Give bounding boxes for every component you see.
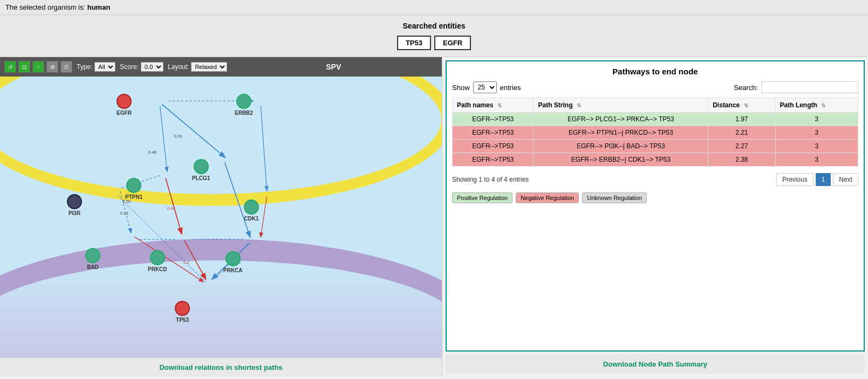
toolbar-icon-1[interactable]: ↺ — [4, 61, 16, 73]
searched-entities-title: Searched entities — [6, 22, 862, 30]
svg-text:0.41: 0.41 — [167, 206, 175, 211]
pagination-buttons: Previous 1 Next — [776, 173, 858, 186]
show-label: Show — [452, 84, 470, 92]
search-input[interactable] — [761, 81, 858, 93]
node-prkca[interactable]: PRKCA — [223, 251, 243, 273]
cell-path-names: EGFR-->TP53 — [453, 113, 534, 126]
layout-label: Layout: — [168, 63, 189, 71]
download-relations-link[interactable]: Download relations in shortest paths — [159, 363, 282, 371]
cell-path-length: 3 — [775, 153, 858, 167]
node-plcg1[interactable]: PLCG1 — [192, 159, 210, 181]
sort-path-length-icon: ⇅ — [821, 102, 825, 108]
entity-egfr[interactable]: EGFR — [434, 36, 471, 50]
cell-path-names: EGFR-->TP53 — [453, 126, 534, 140]
layout-select[interactable]: Relaxed — [191, 62, 227, 72]
svg-line-4 — [261, 106, 266, 190]
toolbar-icon-3[interactable]: ↑ — [32, 61, 44, 73]
cell-path-length: 3 — [775, 140, 858, 153]
cell-distance: 1.97 — [708, 113, 775, 126]
node-circle-pi3r — [67, 194, 82, 209]
node-label-tp53: TP53 — [176, 317, 189, 323]
search-box: Search: — [734, 81, 858, 93]
node-erbb2[interactable]: ERBB2 — [235, 94, 253, 116]
node-circle-cdk1 — [244, 199, 259, 215]
graph-toolbar: ↺ ⊡ ↑ ⚙ ⏱ Type: All Score: 0.0 Layout: R… — [0, 57, 442, 77]
svg-line-3 — [160, 106, 167, 171]
main-content: ↺ ⊡ ↑ ⚙ ⏱ Type: All Score: 0.0 Layout: R… — [0, 57, 868, 377]
cell-distance: 2.21 — [708, 126, 775, 140]
node-label-bad: BAD — [87, 264, 99, 270]
node-circle-prkca — [225, 251, 241, 266]
node-pi3r[interactable]: PI3R — [67, 194, 82, 216]
node-circle-tp53 — [175, 301, 190, 316]
toolbar-icon-4[interactable]: ⚙ — [46, 61, 58, 73]
cell-distance: 2.38 — [708, 153, 775, 167]
next-button[interactable]: Next — [833, 173, 858, 186]
node-circle-plcg1 — [194, 159, 209, 174]
cell-path-length: 3 — [775, 126, 858, 140]
svg-text:0.31: 0.31 — [174, 134, 182, 139]
entity-buttons: TP53 EGFR — [6, 36, 862, 50]
node-circle-erbb2 — [236, 94, 251, 109]
col-path-names[interactable]: Path names ⇅ — [453, 98, 534, 113]
node-label-prkcd: PRKCD — [148, 266, 167, 272]
sort-path-names-icon: ⇅ — [497, 102, 502, 108]
page-1-button[interactable]: 1 — [816, 173, 831, 186]
node-label-egfr: EGFR — [117, 110, 132, 116]
cell-path-string: EGFR--> PI3K--| BAD--> TP53 — [534, 140, 708, 153]
toolbar-icon-5[interactable]: ⏱ — [60, 61, 72, 73]
sort-path-string-icon: ⇅ — [577, 102, 581, 108]
node-bad[interactable]: BAD — [85, 248, 100, 270]
toolbar-icon-2[interactable]: ⊡ — [18, 61, 30, 73]
pagination-area: Showing 1 to 4 of 4 entries Previous 1 N… — [452, 171, 858, 188]
cell-distance: 2.27 — [708, 140, 775, 153]
right-panel: Pathways to end node Show 25 10 50 entri… — [442, 57, 868, 377]
table-header: Path names ⇅ Path String ⇅ Distance ⇅ — [453, 98, 858, 113]
cell-path-string: EGFR--> PLCG1--> PRKCA--> TP53 — [534, 113, 708, 126]
node-label-plcg1: PLCG1 — [192, 175, 210, 181]
node-prkcd[interactable]: PRKCD — [148, 250, 167, 272]
showing-text: Showing 1 to 4 of 4 entries — [452, 176, 529, 183]
type-label: Type: — [77, 63, 92, 71]
svg-line-5 — [166, 178, 182, 233]
graph-svg: 0.49 0.31 0.11 2.50 0.41 0.2 0.52 — [0, 77, 442, 357]
svg-text:0.2: 0.2 — [183, 260, 189, 265]
svg-line-6 — [184, 240, 206, 279]
left-panel: ↺ ⊡ ↑ ⚙ ⏱ Type: All Score: 0.0 Layout: R… — [0, 57, 442, 377]
node-cdk1[interactable]: CDK1 — [244, 199, 259, 222]
paths-controls: Show 25 10 50 entries Search: — [452, 81, 858, 93]
previous-button[interactable]: Previous — [776, 173, 814, 186]
table-row[interactable]: EGFR-->TP53 EGFR--> ERBB2--| CDK1--> TP5… — [453, 153, 858, 167]
score-label: Score: — [120, 63, 139, 71]
node-label-ptpn1: PTPN1 — [125, 194, 142, 200]
node-circle-egfr — [117, 94, 132, 109]
top-bar: The selected organism is: human — [0, 0, 868, 15]
node-tp53[interactable]: TP53 — [175, 301, 190, 323]
col-path-string[interactable]: Path String ⇅ — [534, 98, 708, 113]
svg-line-8 — [261, 197, 266, 237]
node-egfr[interactable]: EGFR — [117, 94, 132, 116]
svg-line-0 — [162, 104, 224, 157]
arc-yellow — [0, 77, 442, 206]
arc-purple — [0, 239, 442, 357]
entries-label: entries — [500, 84, 521, 92]
table-row[interactable]: EGFR-->TP53 EGFR--> PLCG1--> PRKCA--> TP… — [453, 113, 858, 126]
search-label: Search: — [734, 84, 758, 92]
entity-tp53[interactable]: TP53 — [397, 36, 431, 50]
table-row[interactable]: EGFR-->TP53 EGFR--> PI3K--| BAD--> TP53 … — [453, 140, 858, 153]
download-node-path-link[interactable]: Download Node Path Summary — [603, 360, 707, 368]
node-ptpn1[interactable]: PTPN1 — [125, 178, 142, 200]
legend-unknown: Unknown Regulation — [582, 192, 647, 203]
graph-area[interactable]: 0.49 0.31 0.11 2.50 0.41 0.2 0.52 — [0, 77, 442, 357]
table-row[interactable]: EGFR-->TP53 EGFR--> PTPN1--| PRKCD--> TP… — [453, 126, 858, 140]
node-circle-bad — [85, 248, 100, 263]
col-path-length[interactable]: Path Length ⇅ — [775, 98, 858, 113]
score-select[interactable]: 0.0 — [141, 62, 163, 72]
cell-path-names: EGFR-->TP53 — [453, 153, 534, 167]
svg-text:0.11: 0.11 — [120, 211, 128, 216]
col-distance[interactable]: Distance ⇅ — [708, 98, 775, 113]
entries-select[interactable]: 25 10 50 — [473, 81, 497, 93]
cell-path-length: 3 — [775, 113, 858, 126]
type-select[interactable]: All — [94, 62, 115, 72]
sort-distance-icon: ⇅ — [744, 102, 748, 108]
